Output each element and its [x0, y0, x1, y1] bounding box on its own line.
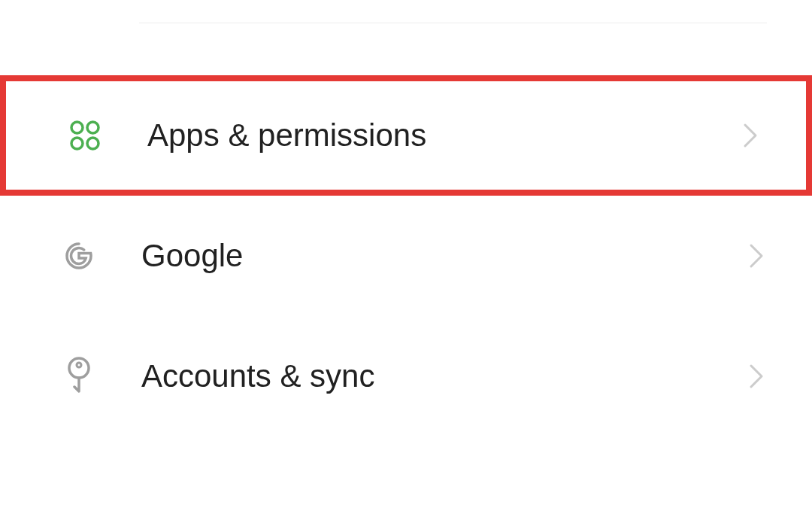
settings-item-apps-permissions[interactable]: Apps & permissions [0, 75, 812, 196]
section-divider [139, 23, 767, 23]
key-icon [60, 357, 98, 395]
settings-item-accounts-sync[interactable]: Accounts & sync [0, 316, 812, 436]
settings-item-google[interactable]: Google [0, 196, 812, 316]
svg-point-5 [77, 363, 81, 367]
chevron-right-icon [746, 245, 767, 266]
chevron-right-icon [740, 125, 761, 146]
settings-item-label: Google [141, 238, 746, 274]
settings-item-label: Accounts & sync [141, 358, 746, 394]
google-icon [60, 237, 98, 275]
svg-rect-2 [71, 138, 83, 149]
settings-item-label: Apps & permissions [147, 117, 740, 154]
settings-list: Apps & permissions Google Ac [0, 75, 812, 436]
svg-rect-0 [71, 122, 83, 133]
svg-rect-3 [87, 138, 98, 149]
apps-icon [66, 117, 104, 154]
chevron-right-icon [746, 366, 767, 387]
svg-rect-1 [87, 122, 98, 133]
